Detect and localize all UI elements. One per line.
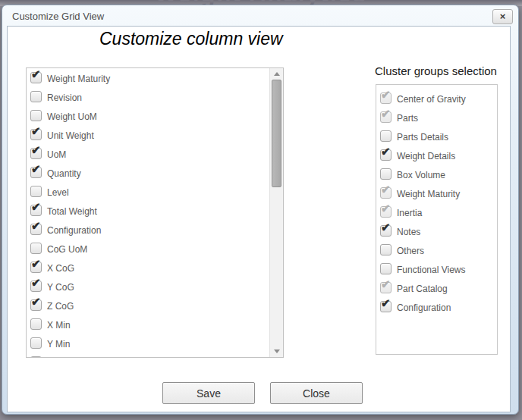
column-checkbox-item[interactable]: Revision	[27, 89, 269, 108]
checkbox[interactable]	[380, 130, 392, 142]
column-checkbox-item[interactable]: ✔UoM	[27, 146, 269, 165]
check-icon: ✔	[31, 163, 41, 174]
cluster-checkbox-item[interactable]: Others	[376, 242, 497, 261]
checkbox-label: Total Weight	[47, 206, 97, 217]
checkbox-label: Center of Gravity	[397, 94, 466, 105]
checkbox-label: Configuration	[397, 302, 451, 313]
cluster-checkbox-item[interactable]: ✔Weight Details	[376, 147, 497, 166]
column-checkbox-item[interactable]: CoG UoM	[27, 240, 269, 259]
check-icon: ✔	[31, 258, 41, 269]
checkbox[interactable]: ✔	[380, 149, 392, 161]
cluster-checkbox-item[interactable]: ✔Part Catalog	[376, 280, 497, 299]
checkbox-label: Quantity	[47, 168, 81, 179]
check-icon: ✔	[381, 278, 391, 290]
close-button[interactable]: Close	[270, 382, 363, 404]
checkbox[interactable]	[30, 243, 42, 254]
checkbox[interactable]	[30, 110, 42, 121]
checkbox[interactable]	[30, 318, 42, 330]
column-checkbox-item[interactable]: Z Min	[27, 354, 269, 358]
column-list: ✔Weight MaturityRevisionWeight UoM✔Unit …	[27, 68, 269, 358]
checkbox[interactable]: ✔	[30, 224, 42, 235]
checkbox[interactable]	[380, 244, 392, 255]
checkbox-label: Box Volume	[397, 170, 445, 180]
checkbox[interactable]	[30, 356, 42, 358]
checkbox-label: UoM	[47, 149, 66, 160]
cluster-list: ✔Center of Gravity✔PartsParts Details✔We…	[376, 85, 497, 318]
dialog-title: Customize Grid View	[12, 11, 104, 22]
checkbox-label: Parts	[397, 113, 418, 124]
checkbox-disabled: ✔	[380, 282, 392, 293]
checkbox-disabled: ✔	[380, 206, 392, 218]
checkbox[interactable]	[30, 186, 42, 197]
column-checkbox-item[interactable]: ✔X CoG	[27, 259, 269, 278]
checkbox[interactable]	[30, 337, 42, 349]
cluster-checkbox-item[interactable]: ✔Notes	[376, 223, 497, 242]
checkbox[interactable]: ✔	[380, 301, 392, 312]
column-list-box: ✔Weight MaturityRevisionWeight UoM✔Unit …	[26, 67, 284, 358]
cluster-checkbox-item[interactable]: Parts Details	[376, 128, 497, 147]
checkbox[interactable]: ✔	[30, 129, 42, 140]
checkbox-disabled: ✔	[380, 92, 392, 104]
checkbox-label: CoG UoM	[47, 244, 87, 255]
checkbox-label: Part Catalog	[397, 284, 448, 294]
column-checkbox-item[interactable]: Y Min	[27, 335, 269, 354]
cluster-checkbox-item[interactable]: Functional Views	[376, 261, 497, 280]
checkbox[interactable]: ✔	[30, 148, 42, 159]
column-checkbox-item[interactable]: ✔Total Weight	[27, 202, 269, 221]
cluster-checkbox-item[interactable]: ✔Parts	[376, 109, 497, 128]
checkbox-label: Notes	[397, 227, 420, 237]
page-title: Customize column view	[99, 29, 283, 49]
column-checkbox-item[interactable]: ✔Weight Maturity	[27, 70, 269, 89]
close-icon: ×	[500, 11, 506, 22]
dialog-close-button[interactable]: ×	[492, 9, 513, 24]
checkbox-label: X Min	[47, 320, 71, 331]
checkbox[interactable]: ✔	[30, 262, 42, 273]
checkbox[interactable]: ✔	[30, 281, 42, 292]
checkbox-label: Y Min	[47, 339, 70, 349]
column-checkbox-item[interactable]: ✔Y CoG	[27, 278, 269, 297]
column-checkbox-item[interactable]: ✔Z CoG	[27, 297, 269, 316]
checkbox-label: Functional Views	[397, 265, 466, 275]
column-checkbox-item[interactable]: Weight UoM	[27, 108, 269, 127]
column-checkbox-item[interactable]: ✔Unit Weight	[27, 127, 269, 146]
checkbox[interactable]: ✔	[30, 72, 42, 83]
scroll-down-button[interactable]	[270, 346, 283, 357]
cluster-groups-heading: Cluster groups selection	[375, 64, 497, 77]
checkbox-label: Weight Maturity	[397, 189, 460, 199]
checkbox[interactable]: ✔	[30, 299, 42, 311]
check-icon: ✔	[381, 108, 391, 119]
check-icon: ✔	[381, 202, 391, 214]
check-icon: ✔	[31, 125, 41, 136]
save-button[interactable]: Save	[162, 382, 255, 404]
column-checkbox-item[interactable]: Level	[27, 183, 269, 202]
checkbox-label: X CoG	[47, 263, 74, 274]
cluster-checkbox-item[interactable]: ✔Inertia	[376, 204, 497, 223]
checkbox-label: Weight Details	[397, 151, 455, 161]
checkbox[interactable]: ✔	[30, 205, 42, 216]
scrollbar-thumb[interactable]	[272, 80, 281, 187]
checkbox-label: Unit Weight	[47, 130, 94, 141]
check-icon: ✔	[31, 201, 41, 212]
checkbox-disabled: ✔	[380, 187, 392, 199]
checkbox-label: Others	[397, 246, 424, 256]
checkbox-label: Level	[47, 187, 69, 198]
check-icon: ✔	[381, 183, 391, 195]
cluster-checkbox-item[interactable]: ✔Weight Maturity	[376, 185, 497, 204]
scroll-up-button[interactable]	[270, 68, 283, 80]
checkbox[interactable]	[30, 91, 42, 102]
checkbox[interactable]: ✔	[30, 167, 42, 178]
column-checkbox-item[interactable]: ✔Configuration	[27, 221, 269, 240]
checkbox[interactable]	[380, 168, 392, 180]
scrollbar[interactable]	[269, 68, 283, 357]
cluster-checkbox-item[interactable]: ✔Center of Gravity	[376, 90, 497, 109]
column-checkbox-item[interactable]: ✔Quantity	[27, 165, 269, 183]
checkbox[interactable]	[380, 263, 392, 274]
checkbox[interactable]: ✔	[380, 225, 392, 237]
checkbox-label: Z CoG	[47, 301, 74, 312]
cluster-checkbox-item[interactable]: ✔Configuration	[376, 299, 497, 318]
column-checkbox-item[interactable]: X Min	[27, 316, 269, 335]
check-icon: ✔	[381, 221, 391, 233]
chevron-up-icon	[274, 72, 280, 76]
cluster-checkbox-item[interactable]: Box Volume	[376, 166, 497, 185]
checkbox-label: Parts Details	[397, 132, 448, 143]
